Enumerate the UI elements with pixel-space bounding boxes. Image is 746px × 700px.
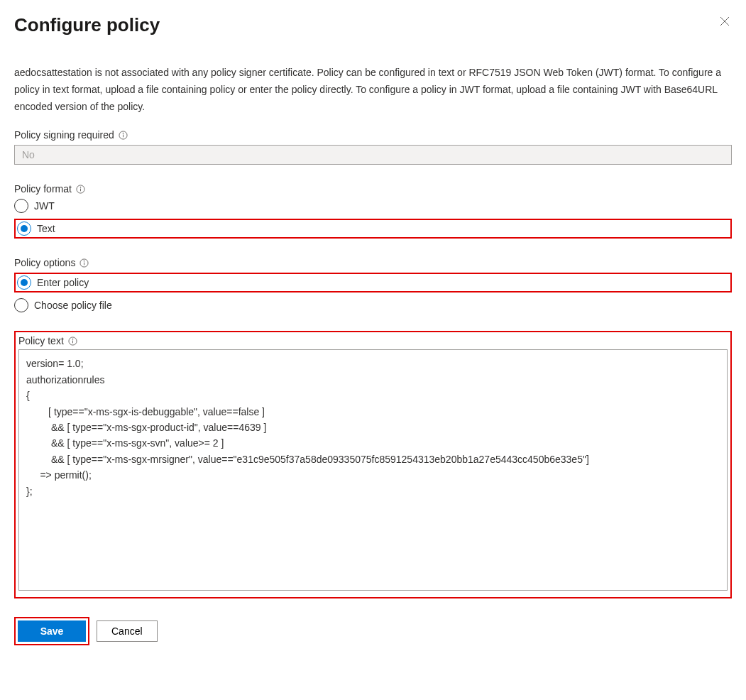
- radio-jwt-label: JWT: [34, 200, 55, 212]
- format-row: Policy format JWT Text: [14, 183, 732, 239]
- radio-text-label: Text: [37, 223, 55, 234]
- format-label-text: Policy format: [14, 183, 72, 195]
- info-icon[interactable]: [79, 258, 89, 268]
- radio-text[interactable]: Text: [17, 222, 55, 236]
- svg-point-7: [80, 187, 81, 187]
- signing-label: Policy signing required: [14, 129, 732, 141]
- close-button[interactable]: [718, 14, 732, 28]
- signing-required-input: [14, 145, 732, 165]
- signing-row: Policy signing required: [14, 129, 732, 165]
- radio-icon: [14, 199, 28, 213]
- save-button[interactable]: Save: [18, 620, 86, 642]
- signing-label-text: Policy signing required: [14, 129, 114, 141]
- svg-point-13: [72, 339, 73, 339]
- radio-jwt[interactable]: JWT: [14, 199, 732, 213]
- format-radio-group: JWT Text: [14, 199, 732, 239]
- options-label: Policy options: [14, 257, 732, 268]
- radio-choose-file[interactable]: Choose policy file: [14, 298, 732, 312]
- svg-point-10: [84, 261, 84, 261]
- policy-text-label-text: Policy text: [18, 335, 64, 346]
- page-title: Configure policy: [14, 14, 160, 36]
- radio-text-highlight: Text: [14, 219, 732, 239]
- radio-enter-label: Enter policy: [37, 277, 89, 288]
- cancel-button[interactable]: Cancel: [97, 620, 158, 642]
- format-label: Policy format: [14, 183, 732, 195]
- options-row: Policy options Enter policy Choose polic…: [14, 257, 732, 312]
- save-highlight: Save: [14, 617, 89, 645]
- close-icon: [720, 16, 730, 26]
- button-row: Save Cancel: [14, 617, 732, 645]
- radio-choose-label: Choose policy file: [34, 300, 112, 311]
- svg-point-4: [123, 133, 124, 133]
- radio-enter-highlight: Enter policy: [14, 273, 732, 292]
- info-icon[interactable]: [68, 337, 77, 346]
- info-icon[interactable]: [119, 131, 128, 140]
- radio-icon: [14, 298, 28, 312]
- policy-text-section: Policy text: [14, 331, 732, 598]
- policy-text-label: Policy text: [18, 335, 728, 346]
- options-label-text: Policy options: [14, 257, 75, 268]
- dialog-header: Configure policy: [14, 14, 732, 36]
- radio-enter-policy[interactable]: Enter policy: [17, 275, 89, 290]
- radio-icon: [17, 275, 31, 290]
- policy-textarea[interactable]: [18, 349, 728, 591]
- options-radio-group: Enter policy Choose policy file: [14, 273, 732, 312]
- radio-icon: [17, 222, 31, 236]
- description-text: aedocsattestation is not associated with…: [14, 65, 732, 115]
- info-icon[interactable]: [76, 185, 85, 194]
